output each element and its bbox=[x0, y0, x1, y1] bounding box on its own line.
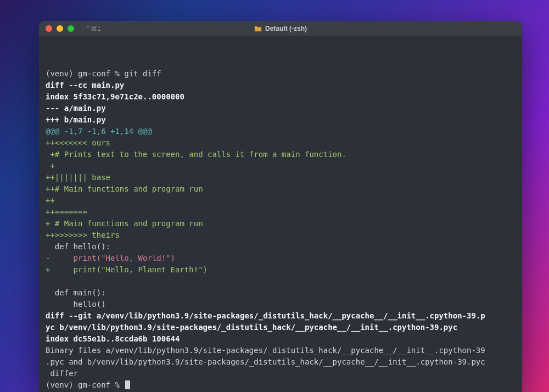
terminal-line: yc b/venv/lib/python3.9/site-packages/_d… bbox=[46, 322, 516, 333]
terminal-line: ++======= bbox=[46, 206, 516, 218]
terminal-line: +++ b/main.py bbox=[46, 114, 516, 126]
titlebar[interactable]: ⌃⌘1 Default (-zsh) bbox=[39, 21, 522, 36]
terminal-line: Binary files a/venv/lib/python3.9/site-p… bbox=[46, 345, 516, 356]
terminal-line: ++# Main functions and program run bbox=[46, 183, 516, 195]
terminal-line: +# Prints text to the screen, and calls … bbox=[46, 149, 516, 160]
terminal-prompt[interactable]: (venv) gm-conf % bbox=[46, 379, 516, 391]
window-title-text: Default (-zsh) bbox=[265, 25, 307, 32]
terminal-line: + print("Hello, Planet Earth!") bbox=[46, 264, 516, 276]
terminal-line: def main(): bbox=[46, 287, 516, 299]
cursor bbox=[125, 380, 130, 389]
terminal-line: hello() bbox=[46, 299, 516, 310]
terminal-body[interactable]: (venv) gm-conf % git diffdiff --cc main.… bbox=[39, 36, 522, 392]
terminal-line: ++||||||| base bbox=[46, 172, 516, 183]
terminal-line bbox=[46, 276, 516, 287]
terminal-line: index 5f33c71,9e71c2e..0000000 bbox=[46, 91, 516, 103]
terminal-line: (venv) gm-conf % git diff bbox=[46, 68, 516, 80]
terminal-line: diff --cc main.py bbox=[46, 80, 516, 91]
tab-shortcut-label: ⌃⌘1 bbox=[85, 25, 101, 32]
terminal-line: .pyc and b/venv/lib/python3.9/site-packa… bbox=[46, 356, 516, 368]
terminal-line: ++ bbox=[46, 195, 516, 206]
terminal-line: ++>>>>>>> theirs bbox=[46, 229, 516, 241]
window-title: Default (-zsh) bbox=[254, 25, 307, 32]
terminal-line: differ bbox=[46, 368, 516, 379]
terminal-line: --- a/main.py bbox=[46, 103, 516, 114]
traffic-lights bbox=[46, 25, 74, 32]
terminal-line: index dc55e1b..8ccda6b 100644 bbox=[46, 333, 516, 345]
terminal-line: ++<<<<<<< ours bbox=[46, 137, 516, 149]
terminal-line: + bbox=[46, 160, 516, 172]
terminal-line: - print("Hello, World!") bbox=[46, 253, 516, 264]
terminal-line: @@@ -1,7 -1,6 +1,14 @@@ bbox=[46, 126, 516, 137]
maximize-button[interactable] bbox=[68, 25, 74, 32]
close-button[interactable] bbox=[46, 25, 52, 32]
folder-icon bbox=[254, 26, 262, 32]
terminal-line: diff --git a/venv/lib/python3.9/site-pac… bbox=[46, 310, 516, 322]
terminal-line: def hello(): bbox=[46, 241, 516, 253]
terminal-line: + # Main functions and program run bbox=[46, 218, 516, 229]
minimize-button[interactable] bbox=[57, 25, 63, 32]
terminal-window: ⌃⌘1 Default (-zsh) (venv) gm-conf % git … bbox=[39, 21, 522, 392]
